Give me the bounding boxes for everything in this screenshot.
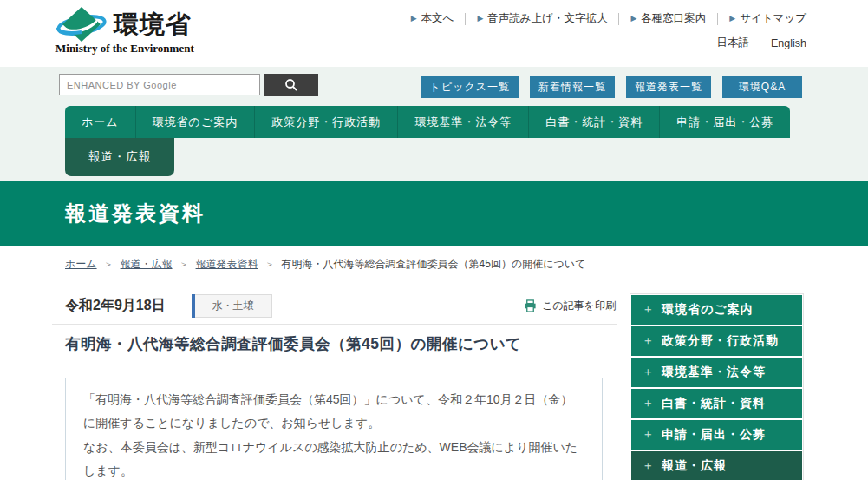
plus-icon: ＋ [642,458,654,474]
logo-row: 環境省 [55,5,194,43]
search-input[interactable] [59,74,260,95]
nav-item-applications[interactable]: 申請・届出・公募 [659,106,790,138]
sidebar-item-policy[interactable]: ＋ 政策分野・行政活動 [631,326,802,356]
sidebar-item-label: 環境省のご案内 [662,302,754,318]
nav-item-standards[interactable]: 環境基準・法令等 [397,106,528,138]
nav-item-press-active[interactable]: 報道・広報 [65,138,174,176]
utility-link-sitemap[interactable]: ▶ サイトマップ [718,11,806,26]
sidebar-item-whitepapers[interactable]: ＋ 白書・統計・資料 [631,389,802,418]
arrow-right-icon: ▶ [729,15,735,23]
arrow-right-icon: ▶ [630,15,636,23]
ministry-logo[interactable]: 環境省 Ministry of the Environment [55,5,194,56]
breadcrumb: ホーム ＞ 報道・広報 ＞ 報道発表資料 ＞ 有明海・八代海等総合調査評価委員会… [65,257,585,272]
utility-link-label: サイトマップ [740,11,806,26]
breadcrumb-home[interactable]: ホーム [65,257,97,272]
lang-english[interactable]: English [760,37,806,49]
article-title: 有明海・八代海等総合調査評価委員会（第45回）の開催について [65,333,522,354]
nav-item-home[interactable]: ホーム [65,106,135,138]
nav-item-about[interactable]: 環境省のご案内 [135,106,255,138]
lang-japanese[interactable]: 日本語 [707,36,760,50]
press-release-list-button[interactable]: 報道発表一覧 [626,76,711,98]
arrow-right-icon: ▶ [477,15,483,23]
utility-link-main-content[interactable]: ▶ 本文へ [411,11,466,26]
moe-press-release-page: 環境省 Ministry of the Environment ▶ 本文へ ▶ … [0,0,868,480]
sidebar-item-about[interactable]: ＋ 環境省のご案内 [631,295,802,325]
new-info-list-button[interactable]: 新着情報一覧 [530,76,615,98]
article-paragraph: 「有明海・八代海等総合調査評価委員会（第45回）」について、令和２年10月２日（… [83,388,584,436]
language-switcher: 日本語 English [707,36,807,50]
sidebar-item-label: 申請・届出・公募 [662,427,766,443]
category-tag-label: 水・土壌 [195,294,272,318]
plus-icon: ＋ [642,365,654,380]
utility-link-contact-desks[interactable]: ▶ 各種窓口案内 [619,11,717,26]
section-banner: 報道発表資料 [0,181,868,246]
breadcrumb-separator: ＞ [104,258,114,271]
env-qa-button[interactable]: 環境Q&A [722,76,802,98]
category-tag[interactable]: 水・土壌 [192,294,272,318]
article-date: 令和2年9月18日 [65,297,166,315]
tool-band: トピックス一覧 新着情報一覧 報道発表一覧 環境Q&A ホーム 環境省のご案内 … [0,67,868,181]
sidebar-item-press-active[interactable]: ＋ 報道・広報 [631,451,802,480]
utility-link-accessibility[interactable]: ▶ 音声読み上げ・文字拡大 [466,11,618,26]
quick-link-buttons: トピックス一覧 新着情報一覧 報道発表一覧 環境Q&A [421,76,802,98]
site-title: 環境省 [114,12,192,37]
main-content: ホーム ＞ 報道・広報 ＞ 報道発表資料 ＞ 有明海・八代海等総合調査評価委員会… [0,246,868,480]
arrow-right-icon: ▶ [411,15,417,23]
sidebar-item-label: 報道・広報 [662,458,727,474]
utility-link-label: 音声読み上げ・文字拡大 [487,11,607,26]
sidebar-item-standards[interactable]: ＋ 環境基準・法令等 [631,358,802,387]
sidebar-item-label: 環境基準・法令等 [662,365,766,380]
search-button[interactable] [264,74,318,96]
plus-icon: ＋ [642,302,654,318]
print-article-link[interactable]: この記事を印刷 [524,299,616,313]
plus-icon: ＋ [642,396,654,411]
plus-icon: ＋ [642,333,654,349]
sidebar-item-label: 政策分野・行政活動 [662,333,779,349]
breadcrumb-separator: ＞ [179,258,189,271]
magnifier-icon [284,78,298,92]
article-meta-row: 令和2年9月18日 水・土壌 この記事を印刷 [52,293,617,325]
nav-item-policy[interactable]: 政策分野・行政活動 [254,106,397,138]
print-article-label: この記事を印刷 [542,299,616,313]
printer-icon [524,299,537,312]
sidebar-item-label: 白書・統計・資料 [662,396,766,411]
breadcrumb-press-releases[interactable]: 報道発表資料 [196,257,258,272]
nav-item-whitepapers[interactable]: 白書・統計・資料 [528,106,659,138]
ministry-emblem-icon [55,5,108,43]
site-subtitle: Ministry of the Environment [55,42,194,56]
article-body-box: 「有明海・八代海等総合調査評価委員会（第45回）」について、令和２年10月２日（… [65,378,603,480]
plus-icon: ＋ [642,427,654,443]
topics-list-button[interactable]: トピックス一覧 [421,76,519,98]
article-paragraph: なお、本委員会は、新型コロナウイルスの感染拡大防止のため、WEB会議により開催い… [83,436,584,480]
breadcrumb-press[interactable]: 報道・広報 [121,257,173,272]
section-title: 報道発表資料 [65,200,206,227]
utility-link-label: 各種窓口案内 [641,11,706,26]
utility-link-label: 本文へ [421,11,454,26]
sidebar-menu: ＋ 環境省のご案内 ＋ 政策分野・行政活動 ＋ 環境基準・法令等 ＋ 白書・統計… [630,293,804,480]
global-nav: ホーム 環境省のご案内 政策分野・行政活動 環境基準・法令等 白書・統計・資料 … [65,106,790,138]
breadcrumb-separator: ＞ [265,258,275,271]
site-header: 環境省 Ministry of the Environment ▶ 本文へ ▶ … [0,0,868,67]
breadcrumb-current: 有明海・八代海等総合調査評価委員会（第45回）の開催について [282,257,586,272]
sidebar-item-applications[interactable]: ＋ 申請・届出・公募 [631,420,802,450]
utility-nav: ▶ 本文へ ▶ 音声読み上げ・文字拡大 ▶ 各種窓口案内 ▶ サイトマップ [411,11,806,26]
